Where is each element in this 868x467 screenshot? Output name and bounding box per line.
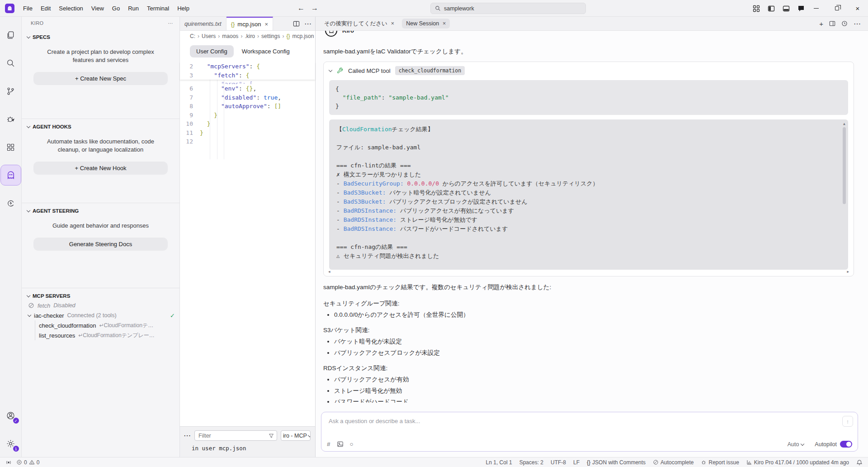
- autopilot-control: Autopilot: [815, 441, 852, 448]
- list-item: パブリックアクセスが有効: [334, 375, 854, 384]
- agent-hooks-header[interactable]: AGENT HOOKS: [22, 122, 179, 131]
- menu-view[interactable]: View: [87, 3, 108, 14]
- toggle-sidebar-icon[interactable]: [768, 5, 775, 12]
- user-config-tab[interactable]: User Config: [190, 45, 234, 57]
- mcp-servers-header[interactable]: MCP SERVERS: [22, 291, 179, 300]
- indentation[interactable]: Spaces: 2: [519, 459, 543, 466]
- chat-messages[interactable]: Kiro sample-bad.yamlをIaC Validatorでチェックし…: [316, 31, 868, 403]
- code-editor[interactable]: 2 "mcpServers": {3 "fetch": { "args": [ …: [180, 62, 315, 146]
- menu-run[interactable]: Run: [124, 3, 143, 14]
- autopilot-toggle[interactable]: [840, 441, 852, 448]
- nav-back-icon[interactable]: ←: [297, 4, 305, 12]
- specs-header[interactable]: SPECS: [22, 33, 179, 42]
- mcp-server-fetch[interactable]: fetch Disabled: [22, 300, 179, 310]
- result-horizontal-scrollbar[interactable]: ◂▸: [328, 269, 849, 274]
- kiro-plan-usage[interactable]: Kiro Pro 417.04 / 1000 updated 4m ago: [746, 459, 849, 466]
- workspace-config-tab[interactable]: Workspace Config: [236, 45, 296, 57]
- editor-more-icon[interactable]: ⋯: [304, 19, 311, 28]
- kiro-sidebar: KIRO ⋯ SPECS Create a project plan to de…: [22, 17, 180, 457]
- autofix-icon[interactable]: [1, 193, 21, 213]
- window-restore-button[interactable]: [826, 0, 847, 17]
- extensions-icon[interactable]: [1, 137, 21, 157]
- split-editor-icon[interactable]: [293, 20, 300, 27]
- mcp-tool-check-cloudformation[interactable]: check_cloudformation ↵CloudFormationテ…: [22, 320, 179, 330]
- problems-indicator[interactable]: 0 0: [16, 459, 39, 466]
- run-debug-icon[interactable]: [1, 109, 21, 129]
- notifications-bell-icon[interactable]: [856, 459, 863, 466]
- braces-icon: {}: [587, 459, 590, 466]
- autocomplete-status[interactable]: Autocomplete: [653, 459, 693, 466]
- chat-bubble-icon[interactable]: [797, 5, 805, 12]
- source-control-icon[interactable]: [1, 81, 21, 101]
- settings-gear-icon[interactable]: 1: [1, 434, 21, 453]
- menu-terminal[interactable]: Terminal: [143, 3, 173, 14]
- search-value: samplework: [444, 5, 474, 12]
- close-tab-icon[interactable]: ×: [264, 21, 268, 28]
- menu-file[interactable]: File: [19, 3, 37, 14]
- kiro-agent-icon[interactable]: [1, 165, 21, 185]
- customize-layout-icon[interactable]: [753, 5, 760, 12]
- remote-icon[interactable]: [5, 459, 12, 466]
- model-mode-dropdown[interactable]: Auto: [788, 441, 804, 448]
- history-icon[interactable]: [841, 20, 848, 27]
- attach-image-icon[interactable]: [337, 441, 344, 448]
- kiro-avatar: [325, 31, 337, 37]
- assistant-message: sample-bad.yamlをIaC Validatorでチェックします。: [323, 47, 854, 56]
- menu-help[interactable]: Help: [173, 3, 193, 14]
- language-mode[interactable]: {}JSON with Comments: [587, 459, 646, 466]
- chat-input-box[interactable]: ↑ # ○ Auto Autopilot: [321, 412, 858, 452]
- agent-steering-header[interactable]: AGENT STEERING: [22, 206, 179, 215]
- encoding[interactable]: UTF-8: [551, 459, 566, 466]
- connected-check-icon: ✓: [170, 312, 175, 319]
- global-search[interactable]: samplework: [430, 3, 586, 14]
- menu-go[interactable]: Go: [108, 3, 124, 14]
- context-hash-icon[interactable]: #: [327, 441, 330, 448]
- account-icon[interactable]: ✓: [1, 405, 21, 425]
- status-bar: 0 0 Ln 1, Col 1 Spaces: 2 UTF-8 LF {}JSO…: [0, 457, 868, 467]
- eol-sequence[interactable]: LF: [573, 459, 580, 466]
- menu-edit[interactable]: Edit: [37, 3, 55, 14]
- chat-tab-new-session[interactable]: New Session ×: [402, 19, 450, 29]
- generate-steering-docs-button[interactable]: Generate Steering Docs: [33, 238, 168, 251]
- chat-more-icon[interactable]: ⋯: [854, 19, 861, 28]
- sender-name: Kiro: [342, 31, 354, 34]
- tab-mcp-json[interactable]: {} mcp.json ×: [226, 17, 273, 30]
- sidebar-more-icon[interactable]: ⋯: [168, 20, 173, 26]
- nav-forward-icon[interactable]: →: [311, 4, 318, 12]
- menu-selection[interactable]: Selection: [55, 3, 87, 14]
- close-tab-icon[interactable]: ×: [391, 20, 394, 27]
- menu-bar: File Edit Selection View Go Run Terminal…: [19, 3, 193, 14]
- config-tabs: User Config Workspace Config: [180, 42, 315, 61]
- open-in-editor-icon[interactable]: [829, 20, 835, 27]
- chevron-down-icon: [329, 68, 332, 72]
- window-close-button[interactable]: ×: [847, 0, 868, 17]
- panel-more-icon[interactable]: ⋯: [184, 431, 191, 440]
- search-sidebar-icon[interactable]: [1, 53, 21, 73]
- create-new-hook-button[interactable]: + Create New Hook: [33, 162, 168, 175]
- filter-input[interactable]: [194, 430, 277, 441]
- tool-result-block[interactable]: 【CloudFormationチェック結果】 ファイル: sample-bad.…: [329, 119, 848, 270]
- mcp-scope-dropdown[interactable]: iro - MCP: [281, 430, 311, 441]
- mcp-tool-list-resources[interactable]: list_resources ↵CloudFormationテンプレー…: [22, 330, 179, 340]
- toggle-panel-icon[interactable]: [783, 5, 790, 12]
- search-icon: [435, 5, 441, 11]
- chat-input-field[interactable]: [328, 417, 809, 433]
- result-vertical-scrollbar[interactable]: ▲: [842, 122, 847, 260]
- loop-status-icon[interactable]: ○: [350, 441, 354, 448]
- tab-requirements-txt[interactable]: quirements.txt: [180, 17, 226, 30]
- send-icon[interactable]: ↑: [842, 416, 853, 427]
- chevron-down-icon: [308, 433, 311, 437]
- cursor-position[interactable]: Ln 1, Col 1: [486, 459, 512, 466]
- chat-tab-previous-session[interactable]: その後実行してください ×: [320, 18, 398, 29]
- mcp-server-iac-checker[interactable]: iac-checker Connected (2 tools) ✓: [22, 310, 179, 320]
- usage-bars-icon: [746, 459, 752, 465]
- breadcrumb[interactable]: C:› Users› maoos› .kiro› settings› {} mc…: [180, 31, 315, 42]
- sidebar-title: KIRO: [31, 20, 44, 26]
- close-tab-icon[interactable]: ×: [443, 20, 446, 27]
- new-session-icon[interactable]: +: [819, 20, 823, 28]
- report-issue[interactable]: Report issue: [701, 459, 739, 466]
- window-minimize-button[interactable]: [806, 0, 826, 17]
- explorer-icon[interactable]: [1, 25, 21, 45]
- tool-call-header[interactable]: Called MCP tool check_cloudformation: [324, 62, 854, 79]
- create-new-spec-button[interactable]: + Create New Spec: [33, 72, 168, 85]
